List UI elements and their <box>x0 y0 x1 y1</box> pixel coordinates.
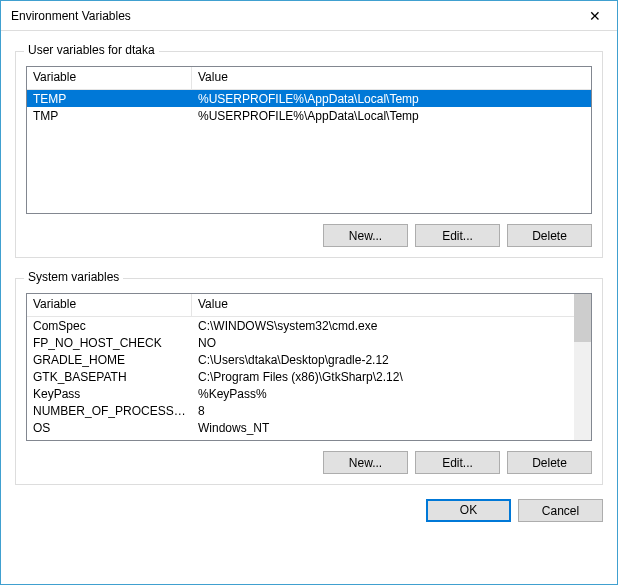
cell-variable: ComSpec <box>27 319 192 333</box>
system-table-header: Variable Value <box>27 294 574 317</box>
window-title: Environment Variables <box>11 9 572 23</box>
system-delete-button[interactable]: Delete <box>507 451 592 474</box>
titlebar: Environment Variables ✕ <box>1 1 617 31</box>
dialog-content: User variables for dtaka Variable Value … <box>1 31 617 584</box>
user-col-variable[interactable]: Variable <box>27 67 192 89</box>
cell-variable: TMP <box>27 109 192 123</box>
system-scrollbar[interactable] <box>574 294 591 440</box>
ok-button[interactable]: OK <box>426 499 511 522</box>
dialog-button-row: OK Cancel <box>15 499 603 522</box>
cell-value: 8 <box>192 404 574 418</box>
cell-variable: NUMBER_OF_PROCESSORS <box>27 404 192 418</box>
table-row[interactable]: NUMBER_OF_PROCESSORS8 <box>27 402 574 419</box>
user-new-button[interactable]: New... <box>323 224 408 247</box>
cell-value: C:\Users\dtaka\Desktop\gradle-2.12 <box>192 353 574 367</box>
user-variables-table[interactable]: Variable Value TEMP%USERPROFILE%\AppData… <box>26 66 592 214</box>
table-row[interactable]: OSWindows_NT <box>27 419 574 436</box>
cell-variable: GRADLE_HOME <box>27 353 192 367</box>
scrollbar-thumb[interactable] <box>574 294 591 342</box>
system-new-button[interactable]: New... <box>323 451 408 474</box>
user-group-label: User variables for dtaka <box>24 43 159 57</box>
system-button-row: New... Edit... Delete <box>26 451 592 474</box>
system-col-value[interactable]: Value <box>192 294 574 316</box>
cell-value: C:\WINDOWS\system32\cmd.exe <box>192 319 574 333</box>
close-icon: ✕ <box>589 8 601 24</box>
system-variables-group: System variables Variable Value ComSpecC… <box>15 278 603 485</box>
table-row[interactable]: KeyPass%KeyPass% <box>27 385 574 402</box>
cancel-button[interactable]: Cancel <box>518 499 603 522</box>
cell-value: Windows_NT <box>192 421 574 435</box>
cell-variable: GTK_BASEPATH <box>27 370 192 384</box>
user-col-value[interactable]: Value <box>192 67 591 89</box>
cell-value: %KeyPass% <box>192 387 574 401</box>
table-row[interactable]: TEMP%USERPROFILE%\AppData\Local\Temp <box>27 90 591 107</box>
table-row[interactable]: GRADLE_HOMEC:\Users\dtaka\Desktop\gradle… <box>27 351 574 368</box>
cell-value: %USERPROFILE%\AppData\Local\Temp <box>192 109 591 123</box>
cell-value: %USERPROFILE%\AppData\Local\Temp <box>192 92 591 106</box>
user-variables-group: User variables for dtaka Variable Value … <box>15 51 603 258</box>
table-row[interactable]: TMP%USERPROFILE%\AppData\Local\Temp <box>27 107 591 124</box>
system-variables-table[interactable]: Variable Value ComSpecC:\WINDOWS\system3… <box>26 293 592 441</box>
system-col-variable[interactable]: Variable <box>27 294 192 316</box>
cell-variable: TEMP <box>27 92 192 106</box>
system-edit-button[interactable]: Edit... <box>415 451 500 474</box>
user-edit-button[interactable]: Edit... <box>415 224 500 247</box>
cell-variable: KeyPass <box>27 387 192 401</box>
system-table-body: Variable Value ComSpecC:\WINDOWS\system3… <box>27 294 574 440</box>
table-row[interactable]: GTK_BASEPATHC:\Program Files (x86)\GtkSh… <box>27 368 574 385</box>
close-button[interactable]: ✕ <box>572 1 617 31</box>
cell-variable: FP_NO_HOST_CHECK <box>27 336 192 350</box>
cell-value: C:\Program Files (x86)\GtkSharp\2.12\ <box>192 370 574 384</box>
user-delete-button[interactable]: Delete <box>507 224 592 247</box>
system-group-label: System variables <box>24 270 123 284</box>
user-table-header: Variable Value <box>27 67 591 90</box>
user-button-row: New... Edit... Delete <box>26 224 592 247</box>
table-row[interactable]: ComSpecC:\WINDOWS\system32\cmd.exe <box>27 317 574 334</box>
cell-value: NO <box>192 336 574 350</box>
cell-variable: OS <box>27 421 192 435</box>
table-row[interactable]: FP_NO_HOST_CHECKNO <box>27 334 574 351</box>
user-table-body: Variable Value TEMP%USERPROFILE%\AppData… <box>27 67 591 213</box>
